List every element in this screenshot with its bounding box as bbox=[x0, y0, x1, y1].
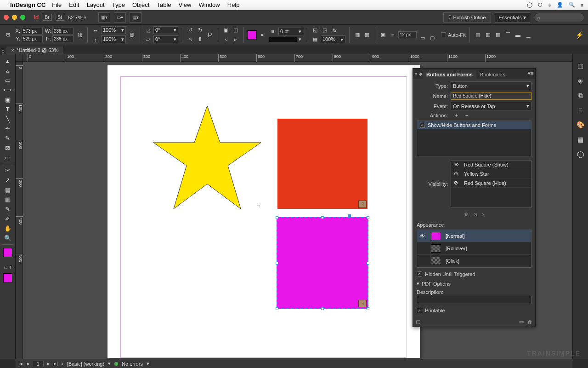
convert-to-object-icon[interactable]: ▭ bbox=[519, 319, 524, 325]
constrain-wh[interactable]: ⛓ bbox=[75, 31, 84, 39]
y-input[interactable] bbox=[22, 35, 43, 42]
eyedropper-tool[interactable]: ✐ bbox=[2, 214, 14, 223]
flip-v[interactable]: ⥮ bbox=[196, 35, 204, 44]
event-dropdown[interactable]: On Release or Tap▾ bbox=[451, 102, 531, 110]
eye-icon[interactable]: 👁 bbox=[454, 162, 460, 167]
direct-selection-tool[interactable]: ▵ bbox=[2, 66, 14, 75]
rectangle-frame-tool[interactable]: ⊠ bbox=[2, 143, 14, 152]
menu-view[interactable]: View bbox=[179, 1, 192, 8]
tab-bookmarks[interactable]: Bookmarks bbox=[476, 70, 509, 79]
pages-panel-icon[interactable]: ▥ bbox=[576, 62, 585, 70]
effects-icon[interactable]: fx bbox=[330, 26, 339, 34]
visibility-row[interactable]: ⊘Yellow Star bbox=[451, 169, 531, 178]
eye-icon[interactable]: 👁 bbox=[420, 233, 426, 239]
text-wrap-none[interactable]: ▦ bbox=[353, 31, 362, 39]
wifi-icon[interactable]: ⟡ bbox=[548, 2, 551, 8]
panel-menu-icon[interactable]: ▾≡ bbox=[528, 70, 533, 76]
arrange-docs[interactable]: ▤▾ bbox=[130, 12, 141, 23]
menu-window[interactable]: Window bbox=[199, 1, 220, 8]
type-dropdown[interactable]: Button▾ bbox=[451, 81, 531, 90]
stroke-panel-icon[interactable]: ≡ bbox=[576, 106, 585, 114]
h-input[interactable] bbox=[52, 35, 74, 42]
fit-frame[interactable]: ▣ bbox=[379, 31, 387, 39]
fit-content[interactable]: ▭ bbox=[418, 34, 427, 42]
select-content[interactable]: ◫ bbox=[232, 26, 240, 34]
close-tab-icon[interactable]: × bbox=[11, 47, 14, 53]
hide-all-icon[interactable]: ⊘ bbox=[473, 212, 477, 218]
pdf-options-disclosure[interactable]: ▾PDF Options bbox=[417, 281, 531, 287]
menu-edit[interactable]: Edit bbox=[69, 1, 79, 8]
visibility-row[interactable]: 👁Red Square (Show) bbox=[451, 161, 531, 169]
menu-help[interactable]: Help bbox=[227, 1, 240, 8]
appearance-click[interactable]: [Click] bbox=[417, 255, 531, 267]
center-content[interactable]: ▢ bbox=[428, 34, 436, 42]
menu-table[interactable]: Table bbox=[157, 1, 171, 8]
appearance-list[interactable]: 👁[Normal] [Rollover] [Click] bbox=[417, 230, 531, 268]
hand-tool[interactable]: ✋ bbox=[2, 224, 14, 233]
pencil-tool[interactable]: ✎ bbox=[2, 133, 14, 143]
show-all-icon[interactable]: 👁 bbox=[464, 212, 469, 218]
page[interactable]: ☟ ☟ ☟ bbox=[107, 65, 420, 358]
page-nav-prev[interactable]: ◂ bbox=[26, 361, 29, 367]
apply-swatch[interactable] bbox=[3, 273, 12, 282]
pen-tool[interactable]: ✒ bbox=[2, 124, 14, 133]
document-tab[interactable]: × *Untitled-2 @ 53% bbox=[6, 46, 63, 54]
cc-icon[interactable]: ◯ bbox=[527, 2, 532, 8]
autofit-checkbox[interactable] bbox=[441, 32, 446, 37]
name-input[interactable] bbox=[451, 92, 531, 100]
minimize-window[interactable] bbox=[12, 15, 17, 20]
view-options[interactable]: ▦▾ bbox=[98, 12, 110, 23]
w-input[interactable] bbox=[52, 28, 74, 34]
search-field[interactable]: ⌕ bbox=[534, 13, 584, 22]
paragraph-mode[interactable]: P bbox=[206, 31, 214, 39]
scale-x[interactable]: 100%▾ bbox=[101, 26, 126, 34]
layers-panel-icon[interactable]: ◈ bbox=[576, 76, 585, 85]
printable-checkbox[interactable]: ✓ bbox=[417, 308, 422, 313]
links-panel-icon[interactable]: ⧉ bbox=[576, 91, 585, 99]
horizontal-ruler[interactable]: 0 100 200 300 400 500 600 700 800 900 10… bbox=[23, 54, 572, 62]
align-right[interactable]: ▦ bbox=[494, 31, 502, 39]
appearance-rollover[interactable]: [Rollover] bbox=[417, 242, 531, 255]
swatches-panel-icon[interactable]: ▦ bbox=[576, 135, 585, 144]
zoom-tool[interactable]: 🔍 bbox=[2, 233, 14, 242]
action-item[interactable]: ✓ Show/Hide Buttons and Forms bbox=[417, 121, 531, 129]
select-container[interactable]: ▣ bbox=[222, 26, 230, 34]
rotate-angle[interactable]: 0°▾ bbox=[153, 26, 178, 34]
action-checkbox[interactable]: ✓ bbox=[420, 123, 425, 128]
visibility-row[interactable]: ⊘Red Square (Hide) bbox=[451, 178, 531, 188]
rotate-cw[interactable]: ↻ bbox=[196, 26, 204, 34]
magenta-square-selected[interactable]: ☟ bbox=[277, 217, 368, 309]
red-square-shape[interactable]: ☟ bbox=[277, 119, 368, 209]
color-panel-icon[interactable]: 🎨 bbox=[576, 121, 585, 129]
publish-online-button[interactable]: ⤴ Publish Online bbox=[443, 12, 491, 23]
page-tool[interactable]: ▭ bbox=[2, 75, 14, 85]
tab-buttons-forms[interactable]: Buttons and Forms bbox=[423, 70, 476, 79]
menu-object[interactable]: Object bbox=[132, 1, 150, 8]
page-nav-last[interactable]: ▸| bbox=[54, 361, 58, 367]
text-wrap-bounding[interactable]: ▩ bbox=[363, 31, 371, 39]
trash-icon[interactable]: 🗑 bbox=[527, 319, 532, 325]
type-tool[interactable]: T bbox=[2, 104, 14, 114]
zoom-level[interactable]: 52.7% bbox=[68, 15, 86, 20]
free-transform-tool[interactable]: ↗ bbox=[2, 175, 14, 184]
gradient-swatch-tool[interactable]: ▤ bbox=[2, 185, 14, 194]
workspace-switcher[interactable]: Essentials ▾ bbox=[495, 12, 530, 23]
gap-value[interactable] bbox=[398, 31, 417, 38]
prev-object[interactable]: ◃ bbox=[222, 35, 230, 44]
apply-color[interactable]: ▭ T bbox=[2, 263, 14, 272]
note-tool[interactable]: ✎ bbox=[2, 204, 14, 213]
menu-layout[interactable]: Layout bbox=[87, 1, 105, 8]
stroke-weight[interactable]: 0 pt▾ bbox=[278, 28, 303, 35]
shear-angle[interactable]: 0°▾ bbox=[153, 35, 178, 43]
user-icon[interactable]: 👤 bbox=[557, 2, 563, 8]
bevel[interactable]: ◲ bbox=[321, 26, 329, 34]
corner-options[interactable]: ◱ bbox=[311, 26, 319, 34]
eye-hidden-icon[interactable]: ⊘ bbox=[454, 180, 460, 186]
appearance-normal[interactable]: 👁[Normal] bbox=[417, 230, 531, 242]
align-left[interactable]: ▤ bbox=[474, 31, 482, 39]
hidden-until-triggered-checkbox[interactable]: ✓ bbox=[417, 271, 422, 277]
fill-stroke-indicator[interactable] bbox=[3, 248, 12, 257]
scale-y[interactable]: 100%▾ bbox=[101, 35, 126, 43]
dropbox-icon[interactable]: ⬡ bbox=[538, 2, 543, 8]
spotlight-icon[interactable]: 🔍 bbox=[569, 2, 575, 8]
